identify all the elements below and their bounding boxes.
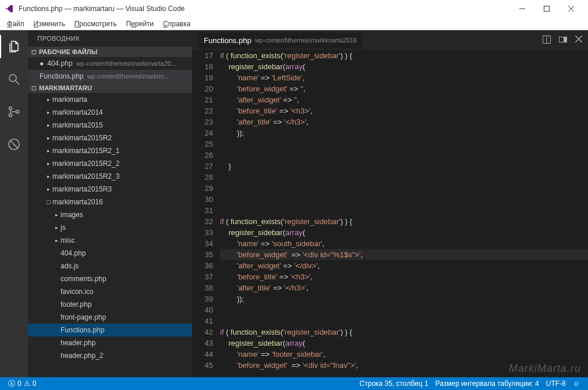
code-line[interactable] bbox=[220, 139, 588, 150]
tree-file[interactable]: ▸404.php bbox=[28, 247, 192, 260]
tree-folder[interactable]: ▸markimarta2015R2_2 bbox=[28, 157, 192, 170]
tree-label: 404.php bbox=[61, 249, 86, 257]
code-line[interactable] bbox=[220, 172, 588, 183]
code-line[interactable] bbox=[220, 205, 588, 216]
code-line[interactable]: 'before_title' => '<h3>', bbox=[220, 105, 588, 116]
more-actions-icon[interactable] bbox=[559, 36, 567, 45]
chevron-right-icon: ▸ bbox=[44, 148, 52, 154]
menu-item[interactable]: Справка bbox=[158, 19, 195, 29]
menu-item[interactable]: Просмотреть bbox=[70, 19, 122, 29]
line-number: 20 bbox=[192, 83, 213, 94]
open-file-item[interactable]: Functions.phpwp-content\themes\markim... bbox=[28, 70, 192, 83]
tree-folder[interactable]: ▸markimarta2015 bbox=[28, 119, 192, 132]
line-number: 38 bbox=[192, 282, 213, 293]
tree-label: ads.js bbox=[61, 262, 79, 270]
menu-item[interactable]: Перейти bbox=[121, 19, 158, 29]
activity-search[interactable] bbox=[0, 68, 28, 91]
tree-folder[interactable]: ▸js bbox=[28, 221, 192, 234]
activity-debug[interactable] bbox=[0, 133, 28, 156]
tree-file[interactable]: ▸comments.php bbox=[28, 272, 192, 285]
status-errors[interactable]: ⓧ0 ⚠0 bbox=[5, 379, 40, 389]
files-icon bbox=[8, 40, 22, 54]
tree-folder[interactable]: ▸markimarta2015R3 bbox=[28, 183, 192, 196]
code-line[interactable]: if ( function_exists('register_sidebar')… bbox=[220, 327, 588, 338]
tree-folder[interactable]: ▸markimarta2015R2_1 bbox=[28, 144, 192, 157]
code-editor[interactable]: 1718192021222324252627282930313233343536… bbox=[192, 50, 588, 377]
code-line[interactable]: register_sidebar(array( bbox=[220, 227, 588, 238]
code-line[interactable]: register_sidebar(array( bbox=[220, 338, 588, 349]
chevron-down-icon: ▢ bbox=[31, 85, 37, 91]
code-line[interactable] bbox=[220, 194, 588, 205]
code-line[interactable]: 'before_widget' => '<div id="%1$s">', bbox=[220, 249, 588, 260]
close-editor-icon[interactable] bbox=[575, 36, 582, 45]
tree-file[interactable]: ▸footer.php bbox=[28, 298, 192, 311]
tree-file[interactable]: ▸favicon.ico bbox=[28, 285, 192, 298]
code-line[interactable]: 'name' => 'LeftSide', bbox=[220, 72, 588, 83]
explorer-sidebar: ПРОВОДНИК ▢ РАБОЧИЕ ФАЙЛЫ 404.phpwp-cont… bbox=[28, 30, 192, 377]
line-number: 21 bbox=[192, 94, 213, 105]
tab-title: Functions.php bbox=[204, 36, 252, 45]
menu-item[interactable]: Изменить bbox=[29, 19, 70, 29]
tree-file[interactable]: ▸front-page.php bbox=[28, 311, 192, 324]
debug-icon bbox=[7, 137, 21, 151]
maximize-button[interactable] bbox=[534, 0, 559, 17]
open-file-item[interactable]: 404.phpwp-content\themes\markimarta20... bbox=[28, 57, 192, 70]
tree-label: footer.php bbox=[61, 300, 91, 309]
tree-file[interactable]: ▸header.php_2 bbox=[28, 349, 192, 362]
code-line[interactable] bbox=[220, 315, 588, 327]
status-tab-size[interactable]: Размер интервала табуляции: 4 bbox=[432, 380, 543, 388]
line-number: 44 bbox=[192, 349, 213, 360]
close-button[interactable] bbox=[559, 0, 583, 17]
tree-folder[interactable]: ▸markimarta bbox=[28, 93, 192, 106]
line-number: 37 bbox=[192, 271, 213, 282]
code-line[interactable]: 'before_widget' => '', bbox=[220, 83, 588, 94]
code-line[interactable]: register_sidebar(array( bbox=[220, 61, 588, 72]
tree-folder[interactable]: ▸markimarta2015R2 bbox=[28, 132, 192, 144]
code-line[interactable]: )); bbox=[220, 127, 588, 139]
code-line[interactable]: 'after_widget' => '', bbox=[220, 94, 588, 105]
code-line[interactable]: 'before_widget' => '<div id="fnav">', bbox=[220, 360, 588, 371]
code-content[interactable]: if ( function_exists('register_sidebar')… bbox=[220, 50, 588, 377]
code-line[interactable]: 'after_title' => '</h3>', bbox=[220, 116, 588, 127]
status-cursor[interactable]: Строка 35, столбец 1 bbox=[356, 380, 432, 388]
tree-folder[interactable]: ▸images bbox=[28, 208, 192, 221]
tree-file[interactable]: ▸Functions.php bbox=[28, 324, 192, 336]
tree-file[interactable]: ▸header.php bbox=[28, 336, 192, 349]
open-file-name: 404.php bbox=[40, 59, 73, 68]
minimize-button[interactable] bbox=[510, 0, 534, 17]
workspace-header[interactable]: ▢ MARKIMARTARU bbox=[28, 83, 192, 93]
activity-git[interactable] bbox=[0, 100, 28, 123]
editor-tab[interactable]: Functions.php wp-content\themes\markimar… bbox=[198, 33, 363, 48]
line-number: 23 bbox=[192, 116, 213, 127]
code-line[interactable]: 'name' => 'south_sidebar', bbox=[220, 238, 588, 249]
line-number: 18 bbox=[192, 61, 213, 72]
code-line[interactable]: if ( function_exists('register_sidebar')… bbox=[220, 216, 588, 227]
code-line[interactable]: 'after_title' => '</h3>', bbox=[220, 282, 588, 293]
code-line[interactable]: 'after_widget' => '</div>', bbox=[220, 260, 588, 271]
svg-line-5 bbox=[16, 81, 19, 84]
code-line[interactable]: if ( function_exists('register_sidebar')… bbox=[220, 50, 588, 61]
tree-folder[interactable]: ▢markimarta2016 bbox=[28, 196, 192, 208]
tree-file[interactable]: ▸ads.js bbox=[28, 260, 192, 272]
code-line[interactable] bbox=[220, 304, 588, 315]
code-line[interactable] bbox=[220, 183, 588, 194]
code-line[interactable]: 'before_title' => '<h3>', bbox=[220, 271, 588, 282]
menu-item[interactable]: Файл bbox=[2, 19, 29, 29]
tree-label: markimarta2015R2_3 bbox=[52, 172, 119, 180]
status-feedback-icon[interactable]: ☺ bbox=[569, 380, 583, 388]
code-line[interactable]: } bbox=[220, 161, 588, 172]
tree-folder[interactable]: ▸misc bbox=[28, 234, 192, 247]
working-files-header[interactable]: ▢ РАБОЧИЕ ФАЙЛЫ bbox=[28, 47, 192, 57]
tree-folder[interactable]: ▸markimarta2015R2_3 bbox=[28, 170, 192, 183]
tree-folder[interactable]: ▸markimarta2014 bbox=[28, 106, 192, 119]
activity-explorer[interactable] bbox=[0, 35, 28, 58]
code-line[interactable]: 'name' => 'footer_sidebar', bbox=[220, 349, 588, 360]
chevron-right-icon: ▸ bbox=[52, 237, 61, 243]
open-files-list: 404.phpwp-content\themes\markimarta20...… bbox=[28, 57, 192, 83]
chevron-right-icon: ▸ bbox=[52, 212, 61, 218]
split-editor-icon[interactable] bbox=[543, 36, 551, 45]
line-number: 22 bbox=[192, 105, 213, 116]
code-line[interactable] bbox=[220, 150, 588, 161]
code-line[interactable]: )); bbox=[220, 293, 588, 304]
status-encoding[interactable]: UTF-8 bbox=[543, 380, 569, 388]
